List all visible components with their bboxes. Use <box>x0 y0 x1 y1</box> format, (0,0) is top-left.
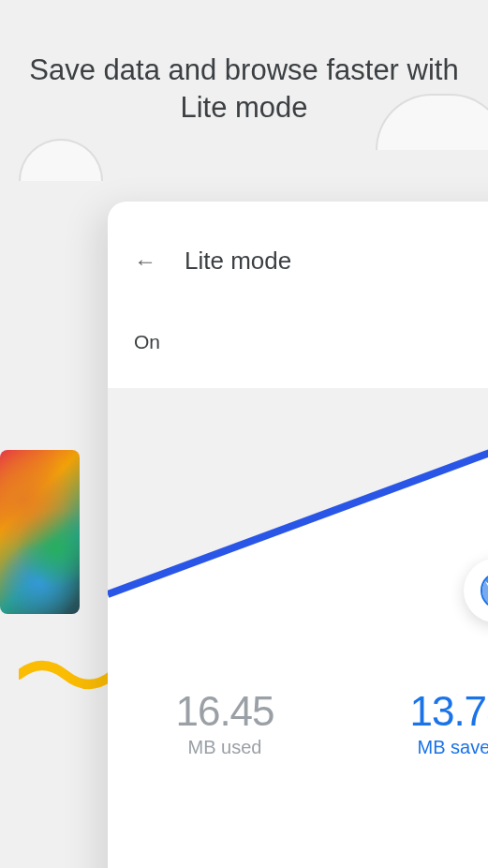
screen-title: Lite mode <box>185 247 291 276</box>
data-stats-row: 16.45 MB used 13.78 MB saved <box>108 651 488 786</box>
stat-saved-label: MB saved <box>342 737 488 758</box>
stat-used-label: MB used <box>108 737 342 758</box>
stat-mb-used: 16.45 MB used <box>108 688 342 758</box>
stat-mb-saved: 13.78 MB saved <box>342 688 488 758</box>
decorative-squiggle <box>19 647 112 703</box>
lite-mode-toggle-row: On <box>108 290 488 388</box>
stat-used-value: 16.45 <box>108 688 342 735</box>
decorative-image-card <box>0 450 80 614</box>
svg-marker-0 <box>108 421 488 651</box>
stat-saved-value: 13.78 <box>342 688 488 735</box>
chrome-icon <box>481 572 488 609</box>
back-arrow-icon[interactable]: ← <box>134 248 156 275</box>
phone-screen-card: ← Lite mode On <box>108 202 488 868</box>
screen-header: ← Lite mode <box>108 202 488 290</box>
data-usage-chart <box>108 388 488 651</box>
toggle-status-label: On <box>134 331 160 353</box>
